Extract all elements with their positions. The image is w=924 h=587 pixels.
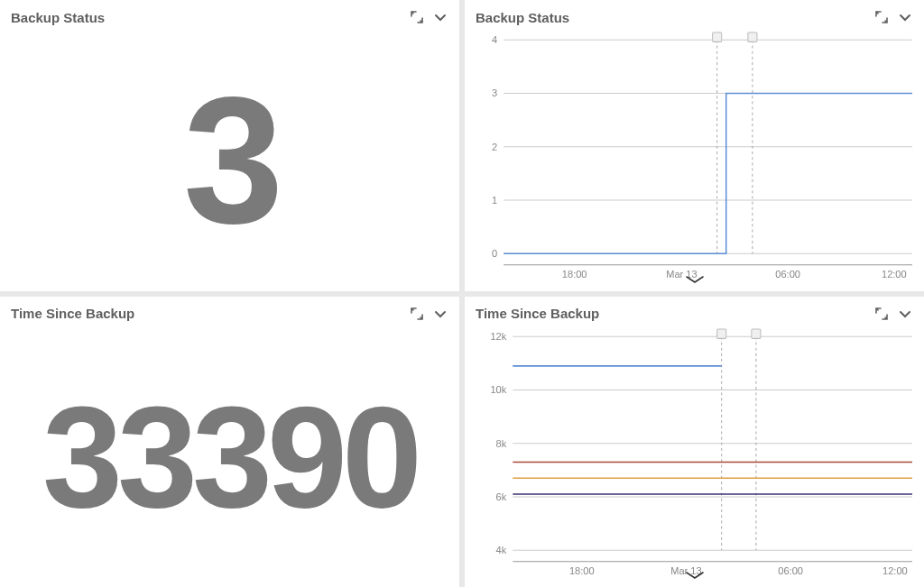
panel-actions (873, 9, 913, 25)
panel-title: Time Since Backup (11, 306, 134, 321)
y-tick: 12k (490, 331, 506, 342)
series-line (504, 94, 912, 254)
time-range-chevron-icon[interactable] (685, 271, 705, 288)
panel-backup-status-chart: Backup Status 0 1 (465, 0, 924, 291)
chevron-down-icon[interactable] (897, 9, 913, 25)
expand-icon[interactable] (409, 306, 425, 322)
expand-icon[interactable] (409, 9, 425, 25)
expand-icon[interactable] (873, 9, 890, 25)
time-range-chevron-icon[interactable] (685, 567, 705, 583)
svg-rect-18 (717, 329, 726, 338)
x-tick: 06:00 (778, 564, 803, 575)
expand-icon[interactable] (873, 306, 890, 322)
y-tick: 6k (496, 491, 507, 501)
panel-time-since-backup-value: Time Since Backup 33390 (0, 297, 459, 588)
x-tick: 12:00 (882, 269, 907, 280)
metric-value: 3 (0, 31, 459, 291)
panel-actions (409, 306, 448, 322)
panel-header: Time Since Backup (465, 297, 924, 327)
y-tick: 4k (496, 545, 507, 555)
panel-actions (873, 306, 913, 322)
panel-title: Time Since Backup (476, 306, 599, 321)
panel-title: Backup Status (11, 10, 105, 25)
line-chart: 4k 6k 8k 10k 12k 18:00 Mar 13 06:00 12:0… (472, 327, 917, 588)
y-tick: 3 (492, 87, 497, 98)
panel-header: Time Since Backup (0, 297, 459, 327)
chart-area[interactable]: 0 1 2 3 4 18:00 Mar 13 06:00 12:00 (465, 31, 924, 291)
y-tick: 10k (490, 384, 506, 395)
panel-backup-status-value: Backup Status 3 (0, 0, 459, 291)
y-tick: 4 (492, 34, 497, 45)
y-tick: 8k (496, 437, 507, 448)
panel-title: Backup Status (476, 10, 569, 25)
chevron-down-icon[interactable] (432, 9, 448, 25)
chevron-down-icon[interactable] (897, 306, 913, 322)
y-tick: 0 (492, 248, 497, 259)
metric-value: 33390 (0, 327, 459, 588)
chart-area[interactable]: 4k 6k 8k 10k 12k 18:00 Mar 13 06:00 12:0… (465, 327, 924, 588)
svg-rect-9 (748, 32, 757, 41)
x-tick: 06:00 (775, 269, 800, 280)
x-tick: 18:00 (569, 564, 595, 575)
panel-actions (409, 9, 448, 25)
y-tick: 2 (492, 142, 497, 152)
x-tick: 18:00 (562, 269, 587, 280)
panel-header: Backup Status (465, 0, 924, 31)
y-tick: 1 (492, 195, 497, 206)
chevron-down-icon[interactable] (432, 306, 448, 322)
dashboard-grid: Backup Status 3 Backup Status (0, 0, 924, 587)
panel-header: Backup Status (0, 0, 459, 31)
svg-rect-8 (713, 32, 722, 41)
svg-rect-19 (752, 329, 761, 338)
x-tick: 12:00 (882, 564, 908, 575)
line-chart: 0 1 2 3 4 18:00 Mar 13 06:00 12:00 (472, 31, 917, 291)
panel-time-since-backup-chart: Time Since Backup 4k 6k (465, 297, 924, 588)
